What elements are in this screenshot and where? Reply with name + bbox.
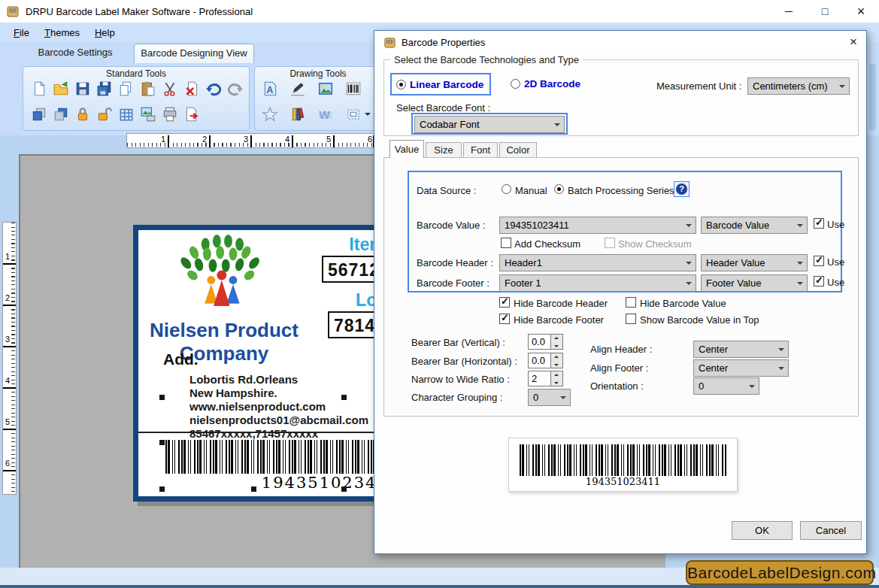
- address-line[interactable]: 85467xxxxx,71457xxxxx: [189, 427, 318, 440]
- export-button[interactable]: [182, 105, 202, 124]
- align-footer-select[interactable]: Center: [693, 359, 789, 377]
- selection-handle[interactable]: [159, 440, 165, 445]
- hide-barcode-value-label[interactable]: Hide Barcode Value: [640, 298, 726, 309]
- selection-handle[interactable]: [341, 486, 347, 492]
- use-value-checkbox[interactable]: [814, 218, 824, 229]
- pencil-tool-button[interactable]: [288, 79, 308, 99]
- 2d-barcode-label[interactable]: 2D Barcode: [524, 78, 580, 89]
- address-heading-text[interactable]: Add.: [163, 350, 199, 368]
- cut-button[interactable]: [160, 79, 180, 99]
- hide-barcode-header-checkbox[interactable]: [499, 297, 510, 308]
- selection-handle[interactable]: [159, 395, 165, 400]
- measurement-unit-select[interactable]: Centimeters (cm): [747, 77, 850, 95]
- undo-button[interactable]: [204, 79, 223, 99]
- paste-button[interactable]: [138, 79, 158, 99]
- header-type-select[interactable]: Header Value: [701, 254, 808, 271]
- new-document-button[interactable]: [29, 79, 49, 99]
- tab-color[interactable]: Color: [499, 142, 537, 158]
- hide-barcode-footer-checkbox[interactable]: [499, 314, 510, 324]
- spinner-up-icon[interactable]: [551, 371, 562, 379]
- barcode-footer-select[interactable]: Footer 1: [499, 274, 696, 292]
- hide-barcode-footer-label[interactable]: Hide Barcode Footer: [514, 314, 604, 326]
- close-icon[interactable]: ×: [843, 0, 879, 23]
- company-logo[interactable]: [174, 235, 272, 316]
- frame-tool-button[interactable]: [344, 105, 363, 124]
- narrow-to-wide-ratio-value[interactable]: 2: [528, 371, 551, 386]
- linear-barcode-radio[interactable]: [396, 80, 406, 89]
- selection-handle[interactable]: [159, 486, 165, 492]
- address-line[interactable]: nielsenproducts01@abcmail.com: [189, 414, 368, 426]
- frame-dropdown-arrow-icon[interactable]: [365, 113, 371, 119]
- bearer-bar-horizontal-value[interactable]: 0.0: [528, 353, 551, 368]
- watermark-tool-button[interactable]: W: [316, 105, 335, 124]
- print-preview-button[interactable]: [138, 105, 158, 124]
- send-to-back-button[interactable]: [51, 105, 71, 124]
- batch-processing-label[interactable]: Batch Processing Series: [568, 185, 674, 196]
- maximize-icon[interactable]: □: [807, 0, 843, 23]
- align-header-select[interactable]: Center: [693, 341, 789, 358]
- selection-handle[interactable]: [341, 395, 347, 400]
- cancel-button[interactable]: Cancel: [800, 521, 862, 540]
- grid-button[interactable]: [117, 105, 136, 124]
- unlock-button[interactable]: [95, 105, 114, 124]
- add-checksum-checkbox[interactable]: [501, 238, 511, 248]
- address-line[interactable]: New Hampshire.: [189, 386, 277, 399]
- use-header-label[interactable]: Use: [827, 256, 844, 268]
- delete-button[interactable]: [182, 79, 202, 99]
- barcode-font-select[interactable]: Codabar Font: [414, 116, 565, 133]
- spinner-down-icon[interactable]: [551, 342, 562, 350]
- bearer-bar-vertical-spinner[interactable]: 0.0: [528, 334, 563, 350]
- show-barcode-value-in-top-checkbox[interactable]: [626, 314, 636, 324]
- spinner-up-icon[interactable]: [551, 353, 562, 361]
- spinner-down-icon[interactable]: [551, 379, 562, 386]
- address-line[interactable]: www.nielsenproduct.com: [189, 400, 326, 413]
- use-header-checkbox[interactable]: [814, 256, 824, 266]
- add-checksum-label[interactable]: Add Checksum: [514, 238, 580, 250]
- 2d-barcode-radio[interactable]: [511, 79, 520, 89]
- save-as-button[interactable]: [95, 79, 114, 99]
- menu-file[interactable]: File: [6, 24, 37, 41]
- library-tool-button[interactable]: [288, 105, 308, 124]
- tab-value[interactable]: Value: [389, 140, 424, 158]
- menu-help[interactable]: Help: [87, 24, 123, 41]
- ok-button[interactable]: OK: [732, 521, 793, 540]
- spinner-down-icon[interactable]: [551, 361, 562, 368]
- barcode-header-select[interactable]: Header1: [499, 254, 696, 271]
- bearer-bar-vertical-value[interactable]: 0.0: [528, 334, 551, 350]
- lock-button[interactable]: [73, 105, 92, 124]
- save-button[interactable]: [73, 79, 92, 99]
- tab-barcode-settings[interactable]: Barcode Settings: [34, 47, 117, 58]
- text-tool-button[interactable]: A: [260, 79, 280, 99]
- image-tool-button[interactable]: [316, 79, 335, 99]
- bring-to-front-button[interactable]: [29, 105, 49, 124]
- use-footer-label[interactable]: Use: [827, 277, 844, 288]
- manual-radio[interactable]: [502, 184, 511, 194]
- spinner-up-icon[interactable]: [551, 335, 562, 342]
- tab-font[interactable]: Font: [463, 142, 498, 158]
- barcode-value-type-select[interactable]: Barcode Value: [701, 217, 808, 234]
- show-barcode-value-in-top-label[interactable]: Show Barcode Value in Top: [640, 314, 759, 326]
- redo-button[interactable]: [226, 79, 245, 99]
- address-line[interactable]: Lobortis Rd.Orleans: [189, 373, 298, 386]
- copy-button[interactable]: [117, 79, 136, 99]
- use-value-label[interactable]: Use: [827, 219, 844, 230]
- help-button[interactable]: ?: [674, 181, 690, 197]
- orientation-select[interactable]: 0: [693, 377, 759, 395]
- barcode-tool-button[interactable]: [344, 79, 363, 99]
- manual-label[interactable]: Manual: [515, 185, 547, 196]
- tab-barcode-designing-view[interactable]: Barcode Designing View: [134, 44, 254, 63]
- narrow-to-wide-ratio-spinner[interactable]: 2: [528, 371, 563, 386]
- footer-type-select[interactable]: Footer Value: [701, 274, 808, 292]
- barcode-value-select[interactable]: 194351023411: [499, 217, 696, 234]
- print-button[interactable]: [160, 105, 180, 124]
- use-footer-checkbox[interactable]: [814, 276, 824, 286]
- character-grouping-select[interactable]: 0: [528, 389, 571, 406]
- bearer-bar-horizontal-spinner[interactable]: 0.0: [528, 353, 563, 368]
- hide-barcode-value-checkbox[interactable]: [626, 297, 636, 308]
- minimize-icon[interactable]: ─: [771, 0, 807, 23]
- menu-themes[interactable]: Themes: [37, 24, 87, 41]
- selection-handle[interactable]: [251, 486, 256, 492]
- scrollbar-thumb[interactable]: [869, 64, 876, 130]
- shape-tool-button[interactable]: [260, 105, 280, 124]
- hide-barcode-header-label[interactable]: Hide Barcode Header: [514, 298, 608, 309]
